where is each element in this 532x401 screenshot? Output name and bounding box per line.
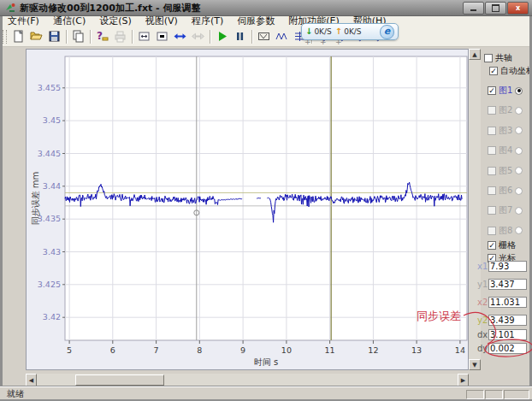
- graph-checkbox-7[interactable]: [488, 206, 496, 215]
- side-panel: 共轴✓自动坐标✓图1图2图3图4图5图6图7图8✓栅格✓光标x1y1x2y2dx…: [481, 49, 532, 370]
- titlebar: 新驱动修改00到1200加工.fxt - 伺服调整 x: [0, 0, 532, 16]
- graph-label-2: 图2: [499, 104, 512, 116]
- graph-radio-2[interactable]: [515, 107, 523, 115]
- y1-label: y1: [477, 280, 488, 289]
- pause-icon[interactable]: [231, 27, 249, 45]
- svg-text:10: 10: [281, 345, 292, 355]
- graph-checkbox-5[interactable]: [488, 167, 496, 175]
- play-icon[interactable]: [213, 27, 231, 45]
- window-title: 新驱动修改00到1200加工.fxt - 伺服调整: [20, 2, 200, 15]
- toolbar-separator: [132, 30, 133, 44]
- graph-radio-6[interactable]: [515, 187, 523, 195]
- pan-h-alt-icon[interactable]: [189, 27, 207, 45]
- plot-background: [65, 56, 467, 340]
- graph-label-4: 图4: [499, 144, 512, 156]
- menu-item[interactable]: 文件(F): [1, 15, 46, 27]
- maximize-button[interactable]: [485, 2, 506, 15]
- window-frame-left: [0, 15, 3, 398]
- svg-text:同步误差 mm: 同步误差 mm: [31, 172, 40, 226]
- network-speed-overlay: ↓ 0K/S ↑ 0K/S e: [301, 23, 399, 40]
- grid-checkbox[interactable]: ✓: [488, 241, 496, 250]
- svg-text:3.425: 3.425: [38, 280, 61, 289]
- graph-checkbox-4[interactable]: [488, 146, 496, 155]
- new-file-icon[interactable]: [9, 27, 27, 45]
- fit-box-icon[interactable]: [153, 27, 171, 45]
- download-arrow-icon: ↓: [305, 27, 312, 36]
- svg-text:12: 12: [368, 345, 378, 355]
- open-file-icon[interactable]: [27, 27, 45, 45]
- x1-label: x1: [477, 262, 488, 271]
- svg-text:3.42: 3.42: [43, 312, 61, 321]
- status-bar: 就绪: [0, 386, 532, 399]
- scroll-up-button[interactable]: ▲: [469, 49, 481, 60]
- coaxial-checkbox[interactable]: [484, 54, 493, 62]
- save-file-icon[interactable]: [45, 27, 63, 45]
- svg-text:3.45: 3.45: [43, 115, 61, 125]
- graph-checkbox-8[interactable]: [488, 227, 496, 235]
- graph-radio-7[interactable]: [515, 207, 523, 215]
- toolbar: ?: [1, 27, 531, 47]
- scroll-right-button[interactable]: ▶: [458, 374, 469, 386]
- graph-label-8: 图8: [499, 225, 512, 237]
- svg-text:3.44: 3.44: [43, 181, 61, 191]
- upload-arrow-icon: ↑: [335, 27, 342, 36]
- toolbar-separator: [66, 30, 67, 44]
- svg-text:8: 8: [197, 345, 202, 355]
- close-button[interactable]: x: [507, 2, 529, 15]
- print-icon[interactable]: [111, 27, 129, 45]
- help-key-icon[interactable]: ?: [93, 27, 111, 45]
- y2-input[interactable]: [488, 315, 527, 326]
- x2-label: x2: [477, 298, 488, 307]
- browser-icon[interactable]: e: [380, 25, 394, 39]
- app-window: 新驱动修改00到1200加工.fxt - 伺服调整 x 文件(F)通信(C)设定…: [0, 0, 532, 401]
- y1-input[interactable]: [488, 279, 527, 290]
- graph-label-3: 图3: [499, 125, 512, 137]
- graph-label-5: 图5: [499, 165, 512, 177]
- pan-h-icon[interactable]: [171, 27, 189, 45]
- svg-text:9: 9: [240, 345, 245, 355]
- graph-checkbox-2[interactable]: [488, 106, 496, 115]
- menu-item[interactable]: 视图(V): [139, 15, 185, 27]
- dx-label: dx: [477, 330, 488, 339]
- graph-checkbox-3[interactable]: [488, 127, 496, 135]
- menu-item[interactable]: 伺服参数: [230, 15, 281, 27]
- svg-text:7: 7: [154, 345, 159, 355]
- zoom-rect-icon[interactable]: [255, 27, 273, 45]
- dx-input[interactable]: [488, 329, 527, 340]
- graph-radio-4[interactable]: [515, 147, 523, 155]
- grid-label: 栅格: [499, 239, 516, 251]
- graph-checkbox-1[interactable]: ✓: [488, 86, 496, 95]
- menu-item[interactable]: 设定(S): [92, 15, 139, 27]
- svg-text:3.43: 3.43: [43, 247, 61, 257]
- svg-text:14: 14: [455, 345, 465, 355]
- chart-area[interactable]: 3.4553.453.4453.443.4353.433.4253.425678…: [26, 49, 469, 370]
- status-cell: [466, 390, 484, 399]
- scroll-left-button[interactable]: ◀: [26, 374, 37, 386]
- minimize-button[interactable]: [463, 2, 484, 15]
- menu-item[interactable]: 通信(C): [46, 15, 92, 27]
- svg-text:3.455: 3.455: [38, 83, 61, 92]
- dy-input[interactable]: [488, 343, 527, 354]
- graph-checkbox-6[interactable]: [488, 186, 496, 195]
- horizontal-scroll-thumb[interactable]: [75, 374, 164, 386]
- graph-radio-5[interactable]: [515, 167, 523, 174]
- menu-bar: 文件(F)通信(C)设定(S)视图(V)程序(T)伺服参数附加功能(E)帮助(H…: [1, 15, 531, 27]
- auto-axis-checkbox[interactable]: ✓: [489, 67, 498, 75]
- graph-radio-8[interactable]: [515, 227, 523, 234]
- svg-text:6: 6: [110, 345, 115, 355]
- fit-h-small-icon[interactable]: [135, 27, 153, 45]
- scroll-down-button[interactable]: ▼: [469, 359, 481, 370]
- horizontal-scrollbar[interactable]: ◀ ▶: [26, 374, 469, 386]
- menu-item[interactable]: 程序(T): [185, 15, 230, 27]
- x1-input[interactable]: [488, 261, 527, 272]
- status-cell: [485, 390, 503, 399]
- graph-label-7: 图7: [499, 204, 512, 216]
- toolbar-separator: [90, 30, 91, 44]
- copy-icon[interactable]: [69, 27, 87, 45]
- graph-radio-1[interactable]: [515, 87, 523, 95]
- graph-radio-3[interactable]: [515, 127, 523, 134]
- x2-input[interactable]: [488, 297, 527, 308]
- status-text: 就绪: [7, 388, 24, 400]
- wave-n-icon[interactable]: [273, 27, 291, 45]
- svg-text:3.445: 3.445: [38, 149, 61, 158]
